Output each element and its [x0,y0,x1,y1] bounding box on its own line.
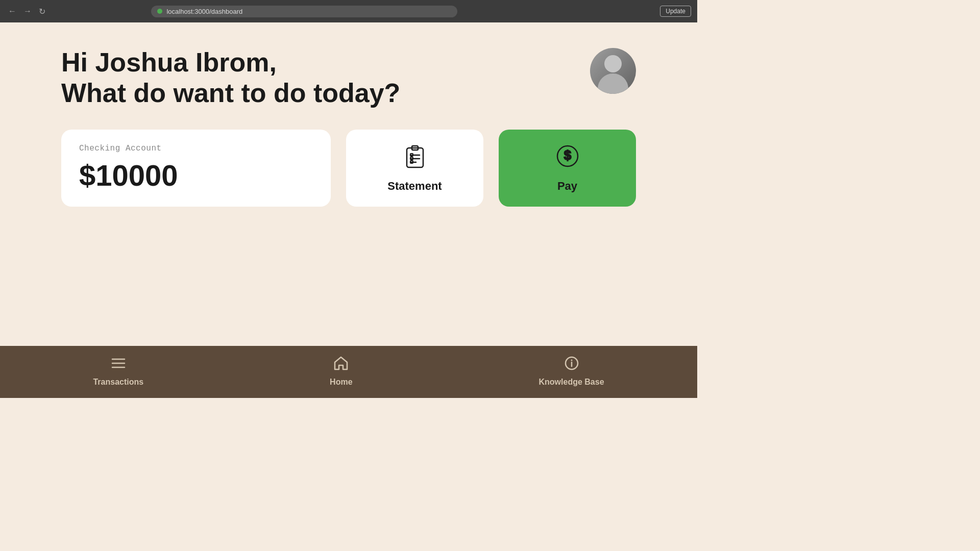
url-text: localhost:3000/dashboard [166,8,242,15]
pay-icon: $ [554,143,581,173]
knowledge-base-icon [564,355,580,373]
checking-account-card[interactable]: Checking Account $10000 [61,130,331,207]
statement-svg [402,143,428,169]
greeting-line2: What do want to do today? [61,77,400,109]
svg-text:$: $ [564,147,571,163]
browser-nav-buttons: ← → ↻ [6,6,47,17]
statement-label: Statement [387,180,442,193]
address-bar[interactable]: localhost:3000/dashboard [151,6,457,17]
update-button[interactable]: Update [660,6,691,17]
account-balance: $10000 [79,158,313,192]
cards-row: Checking Account $10000 [61,130,636,207]
home-label: Home [330,378,352,387]
dollar-circle-icon: $ [554,143,581,169]
bottom-nav: Transactions Home Knowledge Base [0,346,697,398]
browser-chrome: ← → ↻ localhost:3000/dashboard Update [0,0,697,22]
transactions-icon [110,355,127,373]
pay-card[interactable]: $ Pay [499,130,636,207]
back-button[interactable]: ← [6,6,18,17]
statement-icon [402,143,428,173]
statement-card[interactable]: Statement [346,130,483,207]
transactions-label: Transactions [93,378,143,387]
reload-button[interactable]: ↻ [37,6,47,17]
greeting: Hi Joshua Ibrom, What do want to do toda… [61,48,400,109]
forward-button[interactable]: → [21,6,34,17]
svg-rect-0 [407,148,423,167]
home-icon [333,355,349,373]
secure-indicator [157,9,162,14]
nav-knowledge-base[interactable]: Knowledge Base [508,355,635,387]
app-container: Hi Joshua Ibrom, What do want to do toda… [0,22,697,346]
browser-actions: Update [660,6,691,17]
account-label: Checking Account [79,144,313,153]
nav-home[interactable]: Home [299,355,383,387]
greeting-line1: Hi Joshua Ibrom, [61,48,400,77]
knowledge-base-label: Knowledge Base [539,378,604,387]
nav-transactions[interactable]: Transactions [62,355,174,387]
svg-point-15 [571,360,572,361]
header: Hi Joshua Ibrom, What do want to do toda… [61,48,636,109]
avatar[interactable] [590,48,636,94]
pay-label: Pay [557,180,577,193]
